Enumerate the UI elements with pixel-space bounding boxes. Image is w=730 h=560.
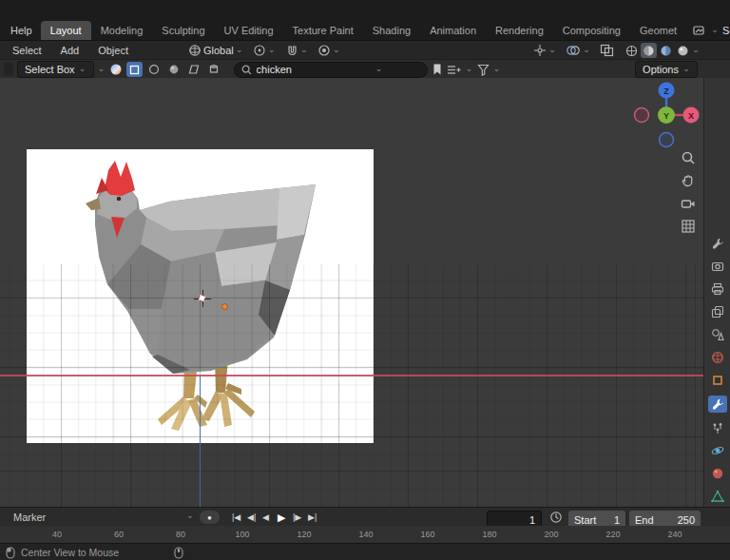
mouse-left-icon bbox=[6, 547, 15, 559]
tab-material-icon[interactable] bbox=[710, 466, 725, 481]
mouse-middle-icon bbox=[174, 547, 183, 559]
toggle-sphere-icon[interactable] bbox=[166, 62, 182, 77]
pivot-icon bbox=[253, 44, 266, 57]
chevron-down-icon bbox=[98, 64, 106, 75]
ruler-label: 220 bbox=[605, 530, 620, 539]
gizmo-axis-neg-x[interactable] bbox=[635, 108, 649, 123]
scene-browse-icon[interactable] bbox=[692, 24, 707, 37]
mode-icon-partial[interactable] bbox=[4, 63, 13, 76]
jump-to-start-button[interactable]: |◀ bbox=[232, 512, 246, 522]
chevron-down-icon bbox=[236, 45, 243, 56]
shading-wireframe-button[interactable] bbox=[624, 43, 640, 58]
status-bar: Center View to Mouse bbox=[0, 543, 730, 560]
ortho-grid-icon[interactable] bbox=[681, 219, 696, 234]
chevron-down-icon bbox=[186, 508, 194, 527]
prev-keyframe-button[interactable]: ◀| bbox=[247, 512, 261, 522]
ruler-label: 240 bbox=[667, 530, 682, 539]
transform-toggle-active[interactable] bbox=[126, 62, 143, 77]
options-button[interactable]: Options bbox=[635, 61, 698, 78]
scene-name[interactable]: Scene bbox=[722, 25, 730, 36]
viewport-header: Select Add Object Global bbox=[0, 40, 730, 60]
tab-object-data-icon[interactable] bbox=[710, 489, 725, 504]
next-keyframe-button[interactable]: |▶ bbox=[293, 512, 307, 522]
pivot-point-button[interactable] bbox=[253, 44, 276, 57]
jump-to-end-button[interactable]: ▶| bbox=[308, 512, 322, 522]
object-origin-dot[interactable] bbox=[221, 303, 228, 310]
menu-object[interactable]: Object bbox=[89, 41, 137, 60]
proportional-edit-button[interactable] bbox=[317, 44, 340, 57]
tab-particles-icon[interactable] bbox=[710, 420, 725, 435]
topbar: Help Layout Modeling Sculpting UV Editin… bbox=[0, 0, 730, 40]
viewport-search[interactable] bbox=[234, 62, 428, 78]
tab-sculpting[interactable]: Sculpting bbox=[152, 21, 214, 40]
search-input[interactable] bbox=[257, 64, 371, 75]
show-overlays-button[interactable] bbox=[566, 44, 590, 57]
tab-layout[interactable]: Layout bbox=[41, 21, 91, 40]
xray-icon bbox=[600, 44, 614, 57]
bookmark-icon[interactable] bbox=[432, 63, 443, 76]
collection-list-icon[interactable] bbox=[447, 64, 462, 76]
tab-compositing[interactable]: Compositing bbox=[553, 21, 630, 40]
navigation-gizmo[interactable]: Z X Y bbox=[624, 78, 703, 158]
filter-funnel-icon[interactable] bbox=[477, 64, 490, 76]
proportional-edit-icon bbox=[317, 44, 331, 57]
pan-hand-icon[interactable] bbox=[681, 173, 696, 188]
timeline-ruler[interactable]: 40 60 80 100 120 140 160 180 200 220 240 bbox=[0, 526, 730, 543]
viewport-3d[interactable]: Z X Y bbox=[0, 78, 703, 507]
cursor-3d[interactable] bbox=[194, 290, 211, 307]
chevron-down-icon bbox=[692, 45, 700, 56]
auto-keying-button[interactable]: ● bbox=[200, 511, 220, 524]
zoom-icon[interactable] bbox=[681, 150, 696, 165]
transform-orientation[interactable]: Global bbox=[188, 44, 243, 57]
chevron-down-icon bbox=[682, 64, 690, 75]
play-button[interactable]: ▶ bbox=[278, 512, 292, 524]
shading-rendered-button[interactable] bbox=[675, 43, 691, 58]
tab-animation[interactable]: Animation bbox=[420, 21, 486, 40]
gizmo-z-label: Z bbox=[663, 87, 669, 96]
tab-world-icon[interactable] bbox=[710, 350, 725, 365]
menu-help[interactable]: Help bbox=[2, 21, 41, 40]
gizmo-axis-neg-z[interactable] bbox=[660, 133, 674, 147]
active-tool-button[interactable]: Select Box bbox=[17, 61, 94, 78]
ruler-label: 160 bbox=[420, 530, 434, 539]
tab-scene-icon[interactable] bbox=[710, 327, 725, 342]
chevron-down-icon bbox=[493, 64, 501, 75]
playback-sync-icon[interactable] bbox=[549, 508, 563, 527]
play-reverse-button[interactable]: ◀ bbox=[262, 512, 277, 522]
toggle-cylinder-icon[interactable] bbox=[206, 62, 222, 77]
tab-tool-icon[interactable] bbox=[710, 236, 725, 251]
gizmo-x-label: X bbox=[688, 111, 694, 121]
xray-toggle[interactable] bbox=[600, 44, 614, 57]
menu-select[interactable]: Select bbox=[4, 41, 50, 60]
tab-output-icon[interactable] bbox=[710, 281, 725, 297]
toggle-shear-icon[interactable] bbox=[186, 62, 202, 77]
camera-view-icon[interactable] bbox=[681, 196, 696, 211]
shading-solid-button[interactable] bbox=[641, 43, 657, 58]
show-gizmo-button[interactable] bbox=[533, 44, 556, 57]
tab-uv-editing[interactable]: UV Editing bbox=[215, 21, 283, 40]
orientation-label: Global bbox=[203, 45, 234, 56]
tab-geometry-nodes[interactable]: Geomet bbox=[630, 21, 686, 40]
viewport-nav-buttons bbox=[681, 150, 696, 234]
shading-material-button[interactable] bbox=[658, 43, 674, 58]
tab-rendering[interactable]: Rendering bbox=[486, 21, 553, 40]
chevron-down-icon bbox=[583, 45, 590, 56]
tab-render-icon[interactable] bbox=[710, 259, 725, 274]
chevron-down-icon bbox=[711, 25, 719, 36]
tab-shading[interactable]: Shading bbox=[363, 21, 420, 40]
tab-view-layer-icon[interactable] bbox=[710, 304, 725, 319]
timeline-marker-menu[interactable]: Marker bbox=[13, 508, 46, 527]
tab-texture-paint[interactable]: Texture Paint bbox=[283, 21, 363, 40]
menu-add[interactable]: Add bbox=[52, 41, 88, 60]
tab-modifiers-icon[interactable] bbox=[708, 396, 727, 413]
ruler-label: 60 bbox=[114, 530, 124, 539]
ruler-label: 180 bbox=[482, 530, 496, 539]
toggle-circle-icon[interactable] bbox=[146, 62, 163, 77]
tab-object-icon[interactable] bbox=[710, 373, 725, 388]
ruler-label: 140 bbox=[358, 530, 373, 539]
gradient-sphere-icon[interactable] bbox=[109, 63, 123, 76]
snapping-button[interactable] bbox=[285, 44, 308, 57]
tab-modeling[interactable]: Modeling bbox=[91, 21, 153, 40]
options-label: Options bbox=[643, 64, 679, 75]
tab-physics-icon[interactable] bbox=[710, 443, 725, 458]
